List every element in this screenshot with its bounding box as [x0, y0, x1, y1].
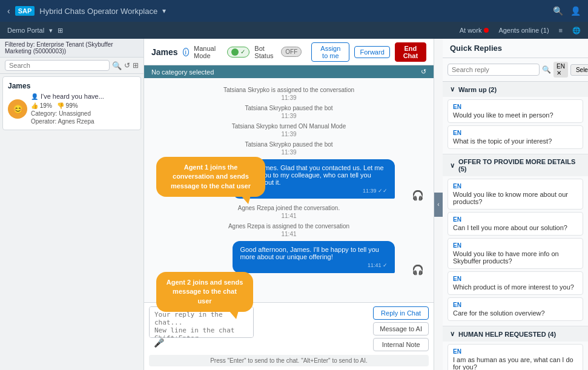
reply-item[interactable]: EN Would you like to know more about our…: [448, 179, 583, 210]
reply-item[interactable]: EN I am as human as you are, what can I …: [448, 344, 583, 370]
lang-badge[interactable]: EN ✕: [553, 62, 568, 78]
system-msg-2: Tatsiana Skrypko paused the bot: [154, 105, 424, 111]
reply-item[interactable]: EN Can I tell you more about our solutio…: [448, 212, 583, 236]
reply-item[interactable]: EN Would you like to meet in person?: [448, 99, 583, 123]
system-time-2: 11:39: [154, 113, 424, 119]
app-title: Hybrid Chats Operator Workplace: [39, 7, 157, 16]
manual-mode-toggle[interactable]: ✓: [227, 47, 249, 58]
reset-icon[interactable]: ↺: [421, 68, 426, 76]
sap-logo: SAP: [15, 6, 35, 16]
internal-note-button[interactable]: Internal Note: [373, 338, 429, 351]
filter-icon[interactable]: ⊞: [58, 27, 63, 35]
category-warm-up-header[interactable]: ∨ Warm up (2): [443, 82, 588, 97]
end-chat-button[interactable]: End Chat: [395, 42, 426, 62]
system-msg-3: Tatsiana Skrypko turned ON Manual Mode: [154, 123, 424, 130]
reply-item[interactable]: EN Which product is of more interest to …: [448, 271, 583, 295]
info-icon[interactable]: i: [183, 48, 190, 56]
input-hint: Press "Enter" to send to the chat. "Alt+…: [149, 355, 429, 366]
user-icon[interactable]: 👤: [570, 6, 581, 16]
reply-in-chat-button[interactable]: Reply in Chat: [373, 306, 429, 320]
second-navigation: Demo Portal ▾ ⊞ At work Agents online (1…: [0, 22, 588, 39]
search-input[interactable]: [5, 60, 110, 71]
system-time-5: 11:41: [154, 213, 424, 219]
agent-message-2-row: Good afternoon, James. I'll be happy to …: [154, 241, 424, 276]
chat-input[interactable]: [149, 306, 254, 338]
messages-area: Tatsiana Skrypko is assigned to the conv…: [144, 78, 434, 302]
reply-text: Which product is of more interest to you…: [453, 283, 578, 291]
agents-online-label: Agents online (1): [498, 27, 549, 34]
reply-lang: EN: [453, 276, 578, 282]
reply-text: I am as human as you are, what can I do …: [453, 356, 578, 370]
toggle-on-label: ✓: [240, 48, 245, 55]
category-offer-details-header[interactable]: ∨ OFFER TO PROVIDE MORE DETAILS (5): [443, 154, 588, 176]
search-bar: 🔍 ↺ ⊞: [0, 58, 144, 74]
system-time-3: 11:39: [154, 131, 424, 137]
chat-item-operator: Operator: Agnes Rzepa: [31, 118, 104, 125]
chat-header: James i Manual Mode ✓ Bot Status OFF Ass…: [144, 39, 434, 65]
agent-msg-text-2: Good afternoon, James. I'll be happy to …: [240, 246, 379, 260]
mic-icon[interactable]: 🎤: [154, 338, 164, 348]
reply-search-icon[interactable]: 🔍: [542, 65, 551, 74]
agent-bubble-1: Hello James. Glad that you contacted us.…: [233, 159, 395, 199]
system-msg-6: Agnes Rzepa is assigned to the conversat…: [154, 223, 424, 230]
chevron-down-icon: ∨: [450, 85, 455, 93]
reply-item[interactable]: EN Care for the solution overview?: [448, 297, 583, 321]
input-row: 🎤 Reply in Chat Message to AI Internal N…: [149, 306, 429, 351]
category-human-help-label: HUMAN HELP REQUESTED (4): [458, 331, 556, 338]
refresh-icon[interactable]: ↺: [124, 61, 130, 70]
chevron-down-icon: ∨: [450, 162, 455, 170]
agent-message-1-row: Hello James. Glad that you contacted us.…: [154, 159, 424, 201]
back-button[interactable]: ‹: [7, 6, 10, 16]
thumbs-down-stat: 👎 99%: [57, 102, 78, 109]
reply-lang: EN: [453, 183, 578, 190]
agent-bubble-2: Good afternoon, James. I'll be happy to …: [233, 241, 395, 273]
lang-select[interactable]: Sele...: [570, 64, 588, 76]
left-sidebar: Filtered by: Enterprise Tenant (Skybuffe…: [0, 39, 144, 370]
bot-status-label: Bot Status: [254, 45, 276, 59]
system-time-4: 11:39: [154, 149, 424, 156]
reply-lang: EN: [453, 242, 578, 249]
toggle-dot: [231, 48, 239, 56]
status-dot: [484, 28, 489, 33]
search-icon-btn[interactable]: 🔍: [112, 61, 122, 70]
reply-item[interactable]: EN What is the topic of your interest?: [448, 125, 583, 149]
assign-button[interactable]: Assign to me: [311, 42, 349, 62]
thumbs-up-stat: 👍 19%: [31, 102, 52, 109]
search-icon[interactable]: 🔍: [553, 6, 563, 16]
reply-item[interactable]: EN Would you like to have more info on S…: [448, 238, 583, 269]
reply-text: Can I tell you more about our solution?: [453, 224, 578, 231]
agent-msg-text-1: Hello James. Glad that you contacted us.…: [240, 164, 383, 186]
bot-toggle[interactable]: OFF: [281, 47, 302, 57]
forward-button[interactable]: Forward: [354, 46, 389, 58]
chat-item-stats: 👍 19% 👎 99%: [31, 102, 104, 109]
reply-lang: EN: [453, 216, 578, 223]
chat-item-category: Category: Unassigned: [31, 110, 104, 117]
chat-list-item[interactable]: James 😊 👤 I've heard you have... 👍 19% 👎…: [2, 76, 141, 130]
reply-lang: EN: [453, 104, 578, 110]
headset-icon-2: 🎧: [412, 264, 424, 276]
reply-text: What is the topic of your interest?: [453, 137, 578, 145]
sidebar-collapse-button[interactable]: ‹: [434, 193, 443, 217]
stack-icon[interactable]: ≡: [559, 27, 563, 34]
filter-text: Filtered by: Enterprise Tenant (Skybuffe…: [5, 41, 113, 55]
bot-off-label: OFF: [285, 48, 297, 55]
portal-dropdown-icon[interactable]: ▾: [49, 27, 53, 35]
chat-item-preview: 😊 👤 I've heard you have... 👍 19% 👎 99% C…: [8, 93, 136, 125]
avatar: 😊: [8, 99, 27, 119]
bubble-time-2: 11:41 ✓: [240, 262, 388, 268]
message-to-ai-button[interactable]: Message to AI: [373, 322, 429, 335]
category-human-help-header[interactable]: ∨ HUMAN HELP REQUESTED (4): [443, 326, 588, 342]
category-warm-up: ∨ Warm up (2) EN Would you like to meet …: [443, 82, 588, 154]
top-navigation: ‹ SAP Hybrid Chats Operator Workplace ▾ …: [0, 0, 588, 22]
filter-bar: Filtered by: Enterprise Tenant (Skybuffe…: [0, 39, 144, 58]
title-dropdown-icon[interactable]: ▾: [162, 7, 166, 15]
category-warm-up-items: EN Would you like to meet in person? EN …: [443, 97, 588, 154]
quick-replies-title: Quick Replies: [443, 39, 588, 58]
globe-icon[interactable]: 🌐: [572, 27, 581, 35]
input-area: 🎤 Reply in Chat Message to AI Internal N…: [144, 302, 434, 370]
portal-label[interactable]: Demo Portal: [7, 27, 44, 34]
grid-icon[interactable]: ⊞: [133, 61, 139, 70]
category-offer-details-label: OFFER TO PROVIDE MORE DETAILS (5): [458, 158, 581, 173]
reply-search-input[interactable]: [448, 64, 540, 76]
manual-mode-label: Manual Mode: [194, 45, 222, 59]
